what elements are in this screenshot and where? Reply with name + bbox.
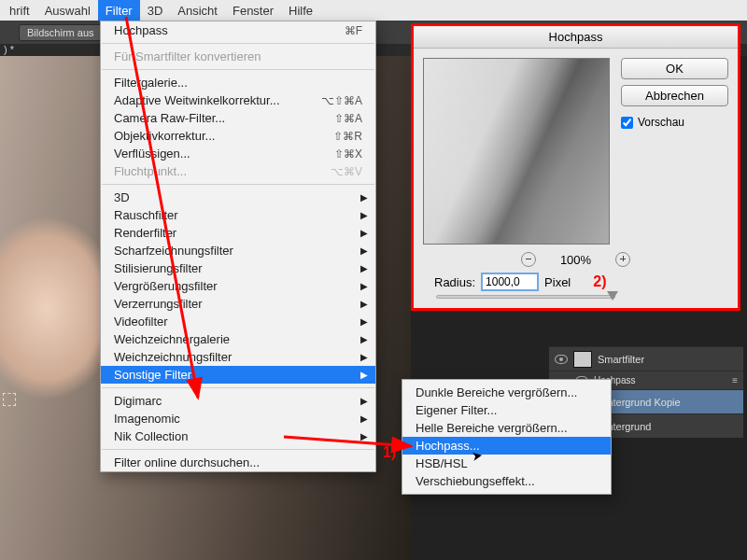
submenu-row-dunkle-bereiche-vergr-ern-[interactable]: Dunkle Bereiche vergrößern... [402,384,611,401]
zoom-out-icon[interactable] [521,252,536,267]
menu-row-rauschfilter[interactable]: Rauschfilter▶ [101,206,375,224]
menu-row-label: Fluchtpunkt... [114,164,331,178]
slider-thumb[interactable] [607,291,618,301]
submenu-row-helle-bereiche-vergr-ern-[interactable]: Helle Bereiche vergrößern... [402,419,611,437]
filter-menu: Hochpass⌘FFür Smartfilter konvertierenFi… [100,21,376,472]
menu-shortcut: ⇧⌘R [333,130,362,143]
menu-row-verfl-ssigen-[interactable]: Verflüssigen...⇧⌘X [101,145,375,162]
menu-separator [102,43,374,44]
menu-row-label: Verzerrungsfilter [114,297,362,311]
menu-row-label: Weichzeichnungsfilter [114,350,362,364]
menu-item-3d[interactable]: 3D [140,0,171,21]
menu-row-verzerrungsfilter[interactable]: Verzerrungsfilter▶ [101,295,375,313]
menu-row-objektivkorrektur-[interactable]: Objektivkorrektur...⇧⌘R [101,127,375,145]
submenu-arrow-icon: ▶ [360,396,368,406]
menu-row-videofilter[interactable]: Videofilter▶ [101,313,375,330]
hochpass-dialog: Hochpass OK Abbrechen Vorschau 100% Radi… [411,23,740,311]
visibility-icon[interactable] [555,355,568,364]
menu-row-label: Nik Collection [114,429,362,443]
menubar: hrift Auswahl Filter 3D Ansicht Fenster … [0,0,747,21]
menu-row-label: Stilisierungsfilter [114,261,362,275]
submenu-arrow-icon: ▶ [360,352,368,362]
menu-separator [102,69,374,70]
submenu-arrow-icon: ▶ [360,210,368,220]
layer-row-smartfilter[interactable]: Smartfilter [549,346,743,371]
menu-shortcut: ⌥⌘V [331,165,362,178]
submenu-arrow-icon: ▶ [360,245,368,256]
menu-row-camera-raw-filter-[interactable]: Camera Raw-Filter...⇧⌘A [101,109,375,127]
radius-input[interactable] [481,273,539,291]
menu-row-label: Vergrößerungsfilter [114,279,362,293]
menu-item-auswahl[interactable]: Auswahl [37,0,98,21]
layer-thumbnail [573,351,592,368]
submenu-arrow-icon: ▶ [360,192,368,203]
menu-row-label: Filter online durchsuchen... [114,455,362,469]
menu-item-fenster[interactable]: Fenster [225,0,281,21]
submenu-arrow-icon: ▶ [360,334,368,344]
annotation-step-1: 1) [383,444,396,461]
radius-label: Radius: [434,275,475,289]
menu-row-label: Videofilter [114,315,362,329]
submenu-row-hsb-hsl[interactable]: HSB/HSL [402,455,611,472]
filter-edit-icon[interactable]: ≡ [732,375,738,385]
menu-row-sonstige-filter[interactable]: Sonstige Filter▶ [101,366,375,384]
menu-row-imagenomic[interactable]: Imagenomic▶ [101,410,375,427]
menu-item-schrift[interactable]: hrift [2,0,37,21]
submenu-row-hochpass-[interactable]: Hochpass... [402,437,611,455]
preview-checkbox-row[interactable]: Vorschau [621,116,728,129]
menu-row-weichzeichnungsfilter[interactable]: Weichzeichnungsfilter▶ [101,348,375,366]
layer-name: Smartfilter [598,354,644,365]
menu-row-filtergalerie-[interactable]: Filtergalerie... [101,74,375,91]
dialog-preview[interactable] [423,58,610,245]
menu-row-renderfilter[interactable]: Renderfilter▶ [101,224,375,242]
menu-row-label: Objektivkorrektur... [114,129,333,143]
menu-row-stilisierungsfilter[interactable]: Stilisierungsfilter▶ [101,259,375,277]
menu-row-label: Verflüssigen... [114,147,334,161]
menu-row-digimarc[interactable]: Digimarc▶ [101,392,375,410]
radius-slider[interactable] [436,295,615,299]
menu-row-label: Filtergalerie... [114,76,362,90]
menu-separator [102,449,374,450]
marquee-selection [3,393,16,406]
menu-row-f-r-smartfilter-konvertieren: Für Smartfilter konvertieren [101,48,375,65]
menu-shortcut: ⇧⌘X [334,147,362,161]
menu-row-label: 3D [114,190,362,204]
submenu-row-eigener-filter-[interactable]: Eigener Filter... [402,401,611,419]
menu-row-filter-online-durchsuchen-[interactable]: Filter online durchsuchen... [101,454,375,471]
preview-checkbox-label: Vorschau [638,116,684,129]
zoom-in-icon[interactable] [615,252,630,267]
submenu-row-verschiebungseffekt-[interactable]: Verschiebungseffekt... [402,472,611,490]
sonstige-filter-submenu: Dunkle Bereiche vergrößern...Eigener Fil… [402,379,612,495]
menu-row-label: Für Smartfilter konvertieren [114,49,362,63]
menu-row-scharfzeichnungsfilter[interactable]: Scharfzeichnungsfilter▶ [101,242,375,259]
screen-fill-button[interactable]: Bildschirm aus [19,24,103,41]
menu-row-label: Sonstige Filter [114,368,362,382]
menu-row-label: Imagenomic [114,412,362,426]
cancel-button[interactable]: Abbrechen [621,85,728,106]
preview-checkbox[interactable] [621,117,633,129]
menu-row-label: Scharfzeichnungsfilter [114,244,362,258]
submenu-arrow-icon: ▶ [360,281,368,291]
menu-row-nik-collection[interactable]: Nik Collection▶ [101,427,375,445]
document-tab[interactable]: ) * [4,44,14,55]
menu-row-vergr-erungsfilter[interactable]: Vergrößerungsfilter▶ [101,277,375,295]
menu-row-adaptive-weitwinkelkorrektur-[interactable]: Adaptive Weitwinkelkorrektur...⌥⇧⌘A [101,91,375,109]
submenu-arrow-icon: ▶ [360,228,368,238]
ok-button[interactable]: OK [621,58,728,79]
menu-shortcut: ⌘F [345,24,362,37]
menu-separator [102,184,374,185]
menu-row-label: Rauschfilter [114,208,362,222]
submenu-arrow-icon: ▶ [360,370,368,380]
menu-row-label: Hochpass [114,23,345,37]
menu-row-3d[interactable]: 3D▶ [101,189,375,206]
menu-row-weichzeichnergalerie[interactable]: Weichzeichnergalerie▶ [101,330,375,348]
menu-shortcut: ⌥⇧⌘A [321,94,362,107]
submenu-arrow-icon: ▶ [360,413,368,424]
menu-item-hilfe[interactable]: Hilfe [281,0,320,21]
menu-item-filter[interactable]: Filter [98,0,140,21]
menu-shortcut: ⇧⌘A [334,112,362,125]
submenu-arrow-icon: ▶ [360,431,368,441]
menu-item-ansicht[interactable]: Ansicht [170,0,225,21]
menu-row-hochpass[interactable]: Hochpass⌘F [101,21,375,39]
menu-row-label: Camera Raw-Filter... [114,111,334,125]
